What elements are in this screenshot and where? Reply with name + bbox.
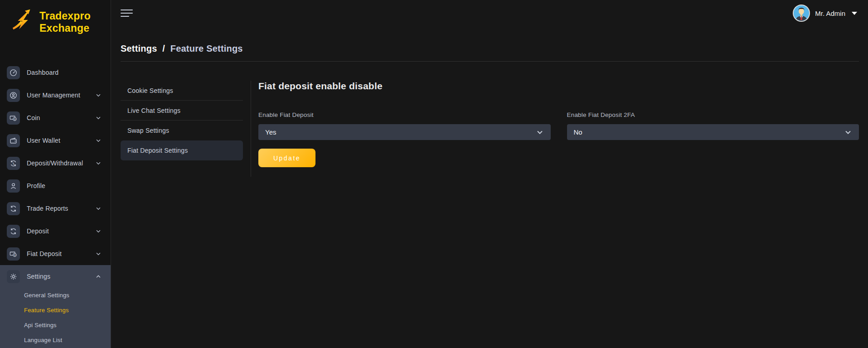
sidebar-item-dashboard[interactable]: Dashboard	[0, 61, 111, 84]
user-wallet-icon	[7, 134, 20, 147]
sidebar-subitem-api-settings[interactable]: Api Settings	[0, 318, 111, 333]
field-enable-fiat-deposit-2fa: Enable Fiat Deposit 2FA No	[567, 111, 859, 140]
deposit-withdrawal-icon: $	[7, 157, 20, 170]
breadcrumb-page: Feature Settings	[170, 44, 243, 53]
fiat-deposit-panel: Fiat deposit enable disable Enable Fiat …	[251, 81, 859, 167]
feature-settings-nav: Cookie Settings Live Chat Settings Swap …	[121, 81, 243, 160]
field-enable-fiat-deposit: Enable Fiat Deposit Yes	[258, 111, 551, 140]
main-area: Mr. Admin Settings / Feature Settings Co…	[111, 0, 868, 348]
svg-text:$: $	[14, 253, 15, 256]
sidebar-item-fiat-deposit[interactable]: $ Fiat Deposit	[0, 242, 111, 265]
sidebar-item-label: Settings	[27, 273, 95, 280]
sidebar-settings-section: Settings General Settings Feature Settin…	[0, 265, 111, 348]
select-value: Yes	[265, 128, 276, 136]
user-menu[interactable]: Mr. Admin	[793, 5, 857, 22]
svg-text:$: $	[14, 117, 15, 120]
settings-gear-icon	[7, 270, 20, 283]
breadcrumb-separator: /	[162, 44, 165, 53]
enable-fiat-deposit-select[interactable]: Yes	[258, 124, 551, 140]
sidebar-item-settings[interactable]: Settings	[0, 265, 111, 288]
sidebar-subitem-language-list[interactable]: Language List	[0, 333, 111, 348]
coin-icon: $	[7, 111, 20, 125]
panel-fields: Enable Fiat Deposit Yes Enable Fiat Depo…	[258, 111, 859, 140]
sidebar-item-label: User Management	[27, 92, 95, 99]
content-row: Cookie Settings Live Chat Settings Swap …	[121, 81, 859, 348]
sidebar-item-label: Deposit/Withdrawal	[27, 160, 95, 167]
brand-logo-icon	[10, 7, 36, 35]
user-management-icon	[7, 89, 20, 102]
topbar: Mr. Admin	[111, 0, 868, 23]
settings-submenu: General Settings Feature Settings Api Se…	[0, 288, 111, 348]
chevron-down-icon	[95, 205, 102, 212]
select-value: No	[574, 128, 582, 136]
sidebar-item-deposit-withdrawal[interactable]: $ Deposit/Withdrawal	[0, 152, 111, 174]
sidebar-item-profile[interactable]: Profile	[0, 174, 111, 197]
chevron-up-icon	[95, 273, 102, 280]
fiat-deposit-icon: $	[7, 247, 20, 261]
sidebar-item-label: User Wallet	[27, 137, 95, 144]
sidebar-item-label: Trade Reports	[27, 205, 95, 212]
user-name: Mr. Admin	[815, 10, 845, 17]
chevron-down-icon	[844, 128, 853, 137]
settings-nav-item-cookie[interactable]: Cookie Settings	[121, 81, 243, 101]
sidebar: Tradexpro Exchange Dashboard	[0, 0, 111, 348]
brand-logo[interactable]: Tradexpro Exchange	[0, 0, 111, 61]
settings-nav-item-live-chat[interactable]: Live Chat Settings	[121, 101, 243, 121]
chevron-down-icon	[95, 92, 102, 98]
sidebar-item-user-management[interactable]: User Management	[0, 84, 111, 106]
field-label: Enable Fiat Deposit 2FA	[567, 111, 859, 118]
settings-nav-item-swap[interactable]: Swap Settings	[121, 121, 243, 140]
deposit-icon	[7, 225, 20, 238]
sidebar-subitem-general-settings[interactable]: General Settings	[0, 288, 111, 303]
sidebar-nav: Dashboard User Management $	[0, 61, 111, 348]
chevron-down-icon	[95, 137, 102, 144]
chevron-down-icon	[535, 128, 544, 137]
breadcrumb: Settings / Feature Settings	[121, 44, 868, 54]
chevron-down-icon	[95, 251, 102, 257]
trade-reports-icon	[7, 202, 20, 215]
svg-text:$: $	[13, 162, 14, 164]
panel-title: Fiat deposit enable disable	[258, 81, 859, 92]
sidebar-item-deposit[interactable]: Deposit	[0, 220, 111, 242]
enable-fiat-deposit-2fa-select[interactable]: No	[567, 124, 859, 140]
settings-nav-item-fiat-deposit[interactable]: Fiat Deposit Settings	[121, 140, 243, 160]
chevron-down-icon	[95, 228, 102, 234]
chevron-down-icon	[95, 115, 102, 121]
brand-name: Tradexpro Exchange	[39, 7, 91, 34]
brand-line2: Exchange	[39, 22, 91, 34]
update-button[interactable]: Update	[258, 149, 315, 167]
sidebar-item-label: Coin	[27, 114, 95, 121]
admin-avatar	[793, 5, 810, 22]
profile-icon	[7, 179, 20, 193]
sidebar-item-label: Dashboard	[27, 69, 102, 76]
sidebar-item-label: Profile	[27, 182, 102, 189]
sidebar-item-label: Fiat Deposit	[27, 250, 95, 257]
sidebar-item-coin[interactable]: $ Coin	[0, 106, 111, 129]
chevron-down-icon	[95, 160, 102, 166]
sidebar-item-trade-reports[interactable]: Trade Reports	[0, 197, 111, 220]
sidebar-item-user-wallet[interactable]: User Wallet	[0, 129, 111, 152]
brand-line1: Tradexpro	[39, 10, 91, 22]
sidebar-subitem-feature-settings[interactable]: Feature Settings	[0, 303, 111, 318]
breadcrumb-divider	[121, 61, 859, 62]
sidebar-item-label: Deposit	[27, 227, 95, 235]
field-label: Enable Fiat Deposit	[258, 111, 551, 118]
chevron-down-icon	[852, 12, 857, 15]
app-root: Tradexpro Exchange Dashboard	[0, 0, 868, 348]
dashboard-icon	[7, 66, 20, 79]
hamburger-icon[interactable]	[121, 7, 133, 19]
breadcrumb-section[interactable]: Settings	[121, 44, 157, 53]
